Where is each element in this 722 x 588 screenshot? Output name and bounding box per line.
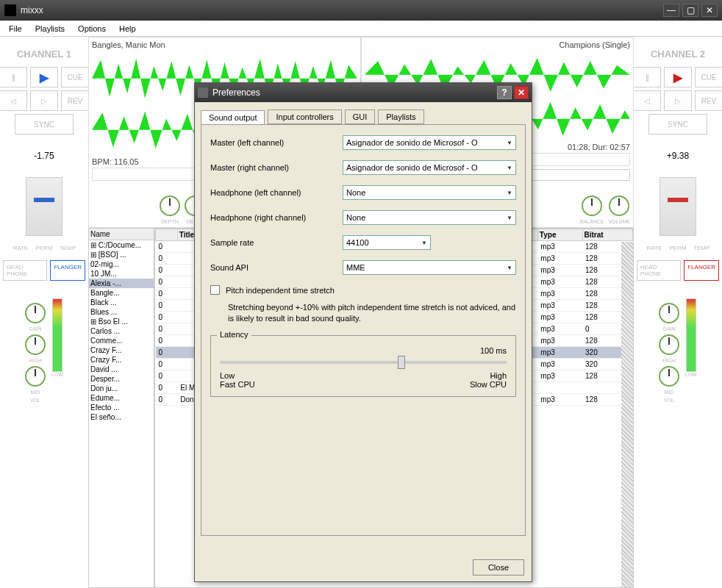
master-left-select[interactable]: Asignador de sonido de Microsof - O▼ — [343, 135, 516, 150]
chevron-down-icon: ▼ — [507, 140, 512, 146]
headphone-left-select[interactable]: None▼ — [343, 185, 516, 200]
latency-slider-thumb[interactable] — [398, 356, 405, 369]
latency-value: 100 ms — [220, 346, 507, 355]
tab-sound-output[interactable]: Sound output — [201, 110, 265, 125]
sound-api-label: Sound API — [210, 263, 343, 272]
app-icon — [4, 4, 16, 16]
sample-rate-label: Sample rate — [210, 238, 343, 247]
latency-legend: Latency — [217, 330, 251, 339]
dialog-icon — [198, 87, 208, 98]
menu-playlists[interactable]: Playlists — [29, 23, 71, 35]
pitch-stretch-checkbox[interactable] — [210, 285, 220, 295]
dialog-tabs: Sound output Input controllers GUI Playl… — [201, 110, 526, 124]
headphone-left-label: Headphone (left channel) — [210, 188, 343, 197]
tab-gui[interactable]: GUI — [345, 110, 376, 124]
window-title: mixxx — [21, 5, 663, 15]
master-left-label: Master (left channel) — [210, 138, 343, 147]
close-window-button[interactable]: ✕ — [701, 4, 718, 17]
pitch-stretch-advice: Stretching beyond +-10% with pitch indep… — [228, 302, 516, 325]
chevron-down-icon: ▼ — [507, 165, 512, 171]
chevron-down-icon: ▼ — [421, 240, 427, 246]
dialog-help-button[interactable]: ? — [497, 86, 512, 99]
chevron-down-icon: ▼ — [507, 215, 512, 221]
latency-slider[interactable] — [220, 361, 507, 364]
dialog-titlebar[interactable]: Preferences ? ✕ — [195, 83, 532, 102]
master-right-select[interactable]: Asignador de sonido de Microsof - O▼ — [343, 160, 516, 175]
latency-group: Latency 100 ms LowFast CPU HighSlow CPU — [210, 335, 516, 397]
tab-input-controllers[interactable]: Input controllers — [268, 110, 341, 124]
menu-file[interactable]: File — [3, 23, 28, 35]
chevron-down-icon: ▼ — [507, 190, 512, 196]
menu-help[interactable]: Help — [113, 23, 142, 35]
headphone-right-select[interactable]: None▼ — [343, 210, 516, 225]
sound-api-select[interactable]: MME▼ — [343, 260, 516, 275]
dialog-close-button[interactable]: Close — [473, 559, 524, 576]
menu-bar: File Playlists Options Help — [0, 21, 722, 37]
dialog-title: Preferences — [212, 87, 260, 98]
sample-rate-select[interactable]: 44100▼ — [343, 235, 431, 250]
tab-playlists[interactable]: Playlists — [378, 110, 423, 124]
master-right-label: Master (right channel) — [210, 163, 343, 172]
maximize-button[interactable]: ▢ — [682, 4, 698, 17]
menu-options[interactable]: Options — [72, 23, 112, 35]
window-titlebar: mixxx — ▢ ✕ — [0, 0, 722, 21]
pitch-stretch-label: Pitch independent time stretch — [226, 286, 335, 295]
minimize-button[interactable]: — — [663, 4, 679, 17]
dialog-close-x-button[interactable]: ✕ — [514, 86, 529, 99]
chevron-down-icon: ▼ — [507, 265, 512, 271]
preferences-dialog: Preferences ? ✕ Sound output Input contr… — [194, 82, 532, 582]
headphone-right-label: Headphone (right channel) — [210, 213, 343, 222]
